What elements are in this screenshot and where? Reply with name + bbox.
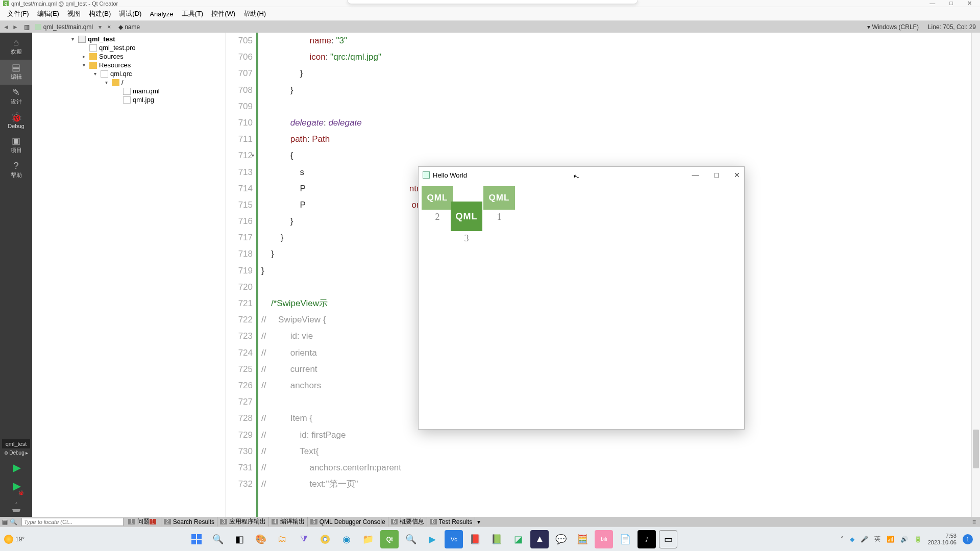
code-line[interactable]: }	[261, 65, 971, 82]
battery-icon[interactable]: 🔋	[914, 536, 922, 543]
output-dropdown-button[interactable]: ▾	[475, 518, 482, 525]
menu-item[interactable]: 控件(W)	[207, 8, 239, 19]
running-app-window[interactable]: Hello World — □ ✕ QML 2 QML 1 QML 3	[418, 166, 745, 430]
start-button[interactable]	[187, 530, 206, 548]
menu-item[interactable]: 编辑(E)	[33, 8, 63, 19]
running-app-maximize[interactable]: □	[715, 171, 719, 179]
tree-row[interactable]: qml_test.pro	[32, 43, 226, 52]
nav-back-button[interactable]: ◄	[2, 23, 11, 31]
task-view-button[interactable]: ◧	[230, 530, 249, 548]
output-tab[interactable]: 4编译输出	[269, 517, 308, 527]
symbol-prev-button[interactable]: ◆	[117, 23, 125, 31]
everything-icon[interactable]: 🔍	[402, 530, 420, 548]
microphone-icon[interactable]: 🎤	[861, 536, 868, 543]
maximize-button[interactable]: □	[949, 0, 953, 7]
running-app-icon[interactable]: ▭	[659, 530, 677, 548]
tree-row[interactable]: ▸Sources	[32, 52, 226, 61]
toggle-sidebar-button[interactable]: ▤	[2, 518, 8, 525]
tree-row[interactable]: ▾qml_test	[32, 35, 226, 43]
tray-app-icon[interactable]: ◆	[850, 536, 854, 543]
menu-item[interactable]: 工具(T)	[178, 8, 208, 19]
output-menu-button[interactable]: ≡	[968, 518, 980, 525]
clock[interactable]: 7:53 2023-10-06	[928, 533, 957, 546]
menu-item[interactable]: 帮助(H)	[239, 8, 270, 19]
project-tree[interactable]: ▾qml_testqml_test.pro▸Sources▾Resources▾…	[32, 33, 226, 517]
output-tab[interactable]: 5QML Debugger Console	[308, 517, 388, 527]
notepad-icon[interactable]: 📄	[616, 530, 634, 548]
code-line[interactable]: }	[261, 82, 971, 98]
tree-toggle-icon[interactable]: ▾	[103, 80, 110, 85]
mode-Debug[interactable]: 🐞Debug	[0, 110, 32, 133]
vs-icon[interactable]: ⧩	[295, 530, 313, 548]
mode-项目[interactable]: ▣项目	[0, 133, 32, 158]
tree-toggle-icon[interactable]: ▾	[91, 71, 99, 77]
code-line[interactable]: // Text{	[261, 443, 971, 460]
wechat-icon[interactable]: 💬	[552, 530, 570, 548]
file-dropdown-button[interactable]: ▾	[96, 23, 104, 31]
paint-icon[interactable]: 🎨	[252, 530, 270, 548]
code-line[interactable]: // text:"第一页"	[261, 476, 971, 492]
code-line[interactable]	[261, 98, 971, 115]
running-app-content[interactable]: QML 2 QML 1 QML 3	[419, 183, 744, 429]
minimize-button[interactable]: —	[929, 0, 935, 7]
notification-badge[interactable]: 1	[963, 534, 973, 544]
menu-item[interactable]: 调试(D)	[115, 8, 145, 19]
vnc-icon[interactable]: Vc	[445, 530, 463, 548]
running-app-titlebar[interactable]: Hello World — □ ✕	[419, 167, 744, 183]
wifi-icon[interactable]: 📶	[887, 536, 894, 543]
tree-row[interactable]: qml.jpg	[32, 95, 226, 104]
pathview-item-1[interactable]: QML 1	[483, 186, 515, 222]
scrollbar-thumb[interactable]	[973, 430, 979, 468]
code-line[interactable]: name: "3"	[261, 33, 971, 49]
output-tab[interactable]: 8Test Results	[427, 517, 475, 527]
bilibili-icon[interactable]: bili	[595, 530, 613, 548]
tiktok-icon[interactable]: ♪	[638, 530, 656, 548]
menu-item[interactable]: 视图	[63, 8, 85, 19]
volume-icon[interactable]: 🔊	[900, 536, 908, 543]
weather-widget[interactable]: 19°	[4, 535, 24, 544]
run-button[interactable]	[6, 460, 27, 477]
output-tab[interactable]: 1问题 1	[126, 517, 161, 527]
locator-input[interactable]	[21, 518, 124, 526]
tree-toggle-icon[interactable]: ▸	[80, 54, 87, 59]
nav-forward-button[interactable]: ►	[11, 23, 20, 31]
menu-item[interactable]: Analyze	[145, 9, 177, 19]
editor-vertical-scrollbar[interactable]	[971, 33, 980, 517]
code-line[interactable]: icon: "qrc:/qml.jpg"	[261, 49, 971, 65]
code-line[interactable]: // anchors.centerIn:parent	[261, 460, 971, 476]
folder-icon[interactable]: 📁	[359, 530, 377, 548]
wps-icon[interactable]: 📗	[487, 530, 506, 548]
menu-item[interactable]: 构建(B)	[85, 8, 115, 19]
edge-icon[interactable]: ◉	[337, 530, 356, 548]
mode-欢迎[interactable]: ⌂欢迎	[0, 35, 32, 60]
pathview-item-3[interactable]: QML 3	[451, 202, 482, 244]
ime-indicator[interactable]: 英	[874, 535, 880, 543]
tree-row[interactable]: main.qml	[32, 87, 226, 95]
tree-toggle-icon[interactable]: ▾	[69, 36, 76, 42]
output-tab[interactable]: 3应用程序输出	[217, 517, 269, 527]
app-dark-icon[interactable]: ▲	[530, 530, 549, 548]
fold-icon[interactable]: ▾	[252, 147, 254, 164]
running-app-close[interactable]: ✕	[734, 171, 740, 179]
media-icon[interactable]: ▶	[423, 530, 442, 548]
output-tab[interactable]: 2Search Results	[161, 517, 217, 527]
code-line[interactable]: path: Path	[261, 131, 971, 147]
search-button[interactable]: 🔍	[209, 530, 227, 548]
symbol-label[interactable]: name	[125, 23, 140, 31]
tray-overflow-button[interactable]: ˄	[841, 536, 844, 543]
code-line[interactable]: delegate: delegate	[261, 115, 971, 131]
app-green-icon[interactable]: ◪	[509, 530, 527, 548]
close-button[interactable]: ✕	[967, 0, 972, 7]
build-target-selector[interactable]: qml_test⚙Debug▸	[0, 436, 32, 459]
explorer-icon[interactable]: 🗂	[273, 530, 291, 548]
mode-编辑[interactable]: ▤编辑	[0, 60, 32, 85]
tree-row[interactable]: ▾/	[32, 78, 226, 87]
split-editor-button[interactable]: ▥	[21, 23, 32, 31]
menu-item[interactable]: 文件(F)	[3, 8, 33, 19]
file-tab[interactable]: qml_test/main.qml	[32, 23, 96, 31]
tree-row[interactable]: ▾qml.qrc	[32, 69, 226, 78]
encoding-selector[interactable]: ▾ Windows (CRLF)	[867, 23, 919, 31]
running-app-minimize[interactable]: —	[692, 171, 699, 179]
tree-row[interactable]: ▾Resources	[32, 61, 226, 69]
debug-button[interactable]: 🐞	[6, 479, 27, 496]
